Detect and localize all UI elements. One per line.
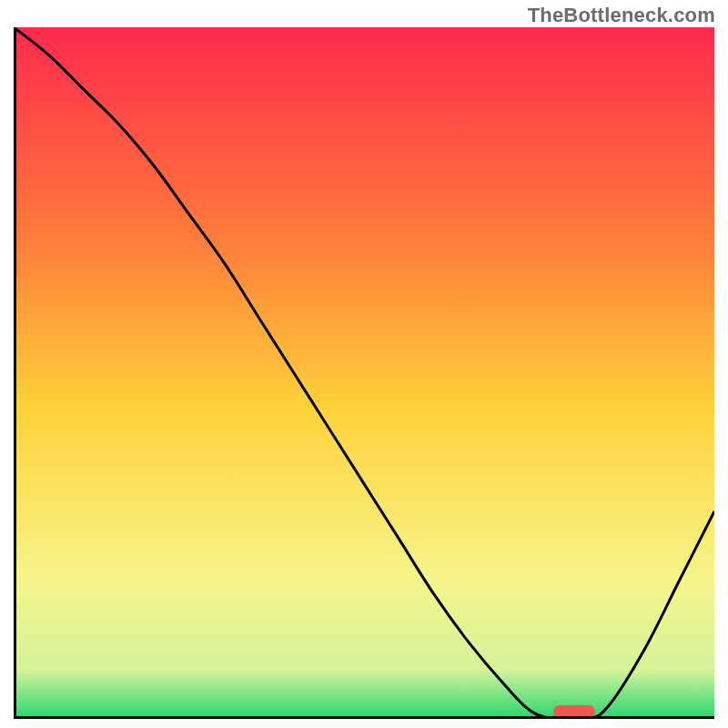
plot-area <box>14 27 714 719</box>
chart-container: TheBottleneck.com <box>0 0 728 728</box>
gradient-background <box>14 27 714 719</box>
attribution-label: TheBottleneck.com <box>528 4 715 27</box>
x-axis <box>14 716 714 719</box>
chart-svg <box>14 27 714 719</box>
y-axis <box>14 27 16 719</box>
